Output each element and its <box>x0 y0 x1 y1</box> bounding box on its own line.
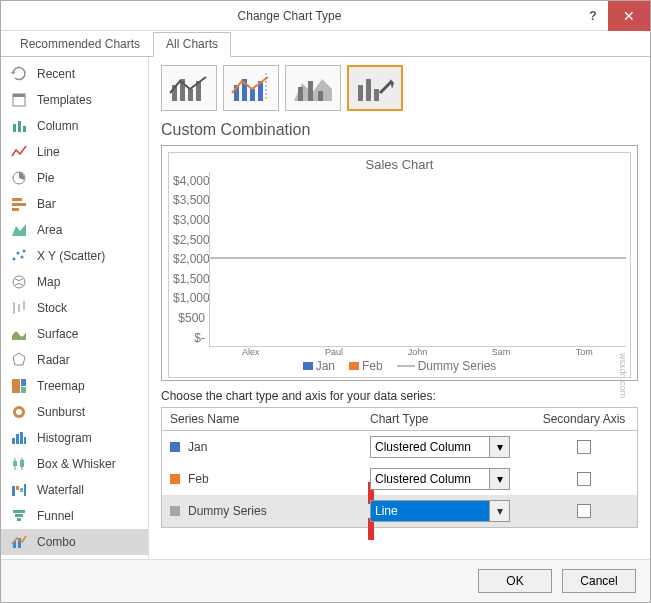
svg-rect-38 <box>17 518 21 521</box>
recent-icon <box>11 66 27 82</box>
y-tick: $2,000 <box>173 252 205 266</box>
sidebar-item-scatter[interactable]: X Y (Scatter) <box>1 243 148 269</box>
histogram-icon <box>11 430 27 446</box>
stock-icon <box>11 300 27 316</box>
col-series-name: Series Name <box>170 412 370 426</box>
svg-rect-34 <box>20 488 23 492</box>
cancel-button[interactable]: Cancel <box>562 569 636 593</box>
y-tick: $1,000 <box>173 291 205 305</box>
secondary-axis-checkbox-dummy[interactable] <box>577 504 591 518</box>
y-tick: $500 <box>173 311 205 325</box>
chart-type-dropdown-dummy[interactable]: Line▾ <box>370 500 510 522</box>
svg-point-23 <box>16 409 22 415</box>
combo-subtype-custom[interactable] <box>347 65 403 111</box>
sidebar-item-label: Column <box>37 119 78 133</box>
y-tick: $- <box>173 331 205 345</box>
help-button[interactable]: ? <box>578 9 608 23</box>
svg-rect-19 <box>12 379 20 393</box>
x-label: Sam <box>459 347 542 357</box>
sidebar-item-radar[interactable]: Radar <box>1 347 148 373</box>
chart-type-dropdown-feb[interactable]: Clustered Column▾ <box>370 468 510 490</box>
combo-icon <box>11 534 27 550</box>
dialog-window: Change Chart Type ? ✕ Recommended Charts… <box>0 0 651 603</box>
svg-rect-24 <box>12 438 15 444</box>
y-tick: $1,500 <box>173 272 205 286</box>
legend-item: Dummy Series <box>397 359 497 373</box>
svg-rect-29 <box>13 461 17 466</box>
dialog-body: Recent Templates Column Line Pie Bar Are… <box>1 57 650 559</box>
sidebar-item-waterfall[interactable]: Waterfall <box>1 477 148 503</box>
tab-recommended[interactable]: Recommended Charts <box>7 32 153 57</box>
chart-type-dropdown-jan[interactable]: Clustered Column▾ <box>370 436 510 458</box>
sidebar-item-label: Radar <box>37 353 70 367</box>
sidebar-item-area[interactable]: Area <box>1 217 148 243</box>
svg-rect-8 <box>12 208 19 211</box>
sidebar-item-map[interactable]: Map <box>1 269 148 295</box>
secondary-axis-checkbox-feb[interactable] <box>577 472 591 486</box>
close-button[interactable]: ✕ <box>608 1 650 31</box>
svg-rect-47 <box>250 89 255 101</box>
ok-button[interactable]: OK <box>478 569 552 593</box>
highlight-box: Line▾ <box>370 484 539 538</box>
sidebar-item-surface[interactable]: Surface <box>1 321 148 347</box>
y-tick: $3,000 <box>173 213 205 227</box>
sidebar-item-pie[interactable]: Pie <box>1 165 148 191</box>
chevron-down-icon: ▾ <box>489 437 509 457</box>
svg-rect-51 <box>298 87 303 101</box>
svg-rect-25 <box>16 434 19 444</box>
svg-rect-52 <box>308 81 313 101</box>
y-tick: $2,500 <box>173 233 205 247</box>
svg-rect-54 <box>358 85 363 101</box>
sidebar-item-templates[interactable]: Templates <box>1 87 148 113</box>
sidebar-item-bar[interactable]: Bar <box>1 191 148 217</box>
tab-all-charts[interactable]: All Charts <box>153 32 231 57</box>
legend-item: Jan <box>303 359 335 373</box>
y-tick: $3,500 <box>173 193 205 207</box>
sidebar-item-recent[interactable]: Recent <box>1 61 148 87</box>
sidebar-item-boxwhisker[interactable]: Box & Whisker <box>1 451 148 477</box>
x-label: Paul <box>292 347 375 357</box>
combo-subtype-2[interactable] <box>223 65 279 111</box>
svg-rect-6 <box>12 198 22 201</box>
series-name-label: Jan <box>188 440 207 454</box>
watermark: wsxdn.com <box>618 353 628 398</box>
sidebar-item-treemap[interactable]: Treemap <box>1 373 148 399</box>
sidebar-item-funnel[interactable]: Funnel <box>1 503 148 529</box>
tab-strip: Recommended Charts All Charts <box>1 31 650 57</box>
svg-rect-56 <box>374 89 379 101</box>
templates-icon <box>11 92 27 108</box>
svg-point-11 <box>17 251 20 254</box>
sidebar-item-histogram[interactable]: Histogram <box>1 425 148 451</box>
sidebar-item-column[interactable]: Column <box>1 113 148 139</box>
svg-rect-31 <box>20 460 24 467</box>
combo-subtype-3[interactable] <box>285 65 341 111</box>
sidebar-item-sunburst[interactable]: Sunburst <box>1 399 148 425</box>
secondary-axis-checkbox-jan[interactable] <box>577 440 591 454</box>
column-icon <box>11 118 27 134</box>
series-instruction: Choose the chart type and axis for your … <box>161 389 638 403</box>
svg-rect-53 <box>318 91 323 101</box>
svg-rect-21 <box>21 387 26 393</box>
sidebar-item-label: Area <box>37 223 62 237</box>
svg-marker-18 <box>13 353 25 365</box>
combo-subtype-1[interactable] <box>161 65 217 111</box>
svg-point-12 <box>21 255 24 258</box>
series-swatch <box>170 442 180 452</box>
chevron-down-icon: ▾ <box>489 501 509 521</box>
svg-rect-36 <box>13 510 25 513</box>
series-name-label: Feb <box>188 472 209 486</box>
sidebar-item-label: Templates <box>37 93 92 107</box>
chart-preview[interactable]: wsxdn.com Sales Chart $4,000 $3,500 $3,0… <box>168 152 631 378</box>
x-label: John <box>376 347 459 357</box>
map-icon <box>11 274 27 290</box>
sidebar-item-label: Line <box>37 145 60 159</box>
sidebar-item-stock[interactable]: Stock <box>1 295 148 321</box>
svg-rect-43 <box>188 89 193 101</box>
x-axis: AlexPaulJohnSamTom <box>209 347 626 357</box>
sidebar-item-line[interactable]: Line <box>1 139 148 165</box>
radar-icon <box>11 352 27 368</box>
titlebar: Change Chart Type ? ✕ <box>1 1 650 31</box>
svg-rect-7 <box>12 203 26 206</box>
sidebar-item-combo[interactable]: Combo <box>1 529 148 555</box>
content-pane: Custom Combination wsxdn.com Sales Chart… <box>149 57 650 559</box>
